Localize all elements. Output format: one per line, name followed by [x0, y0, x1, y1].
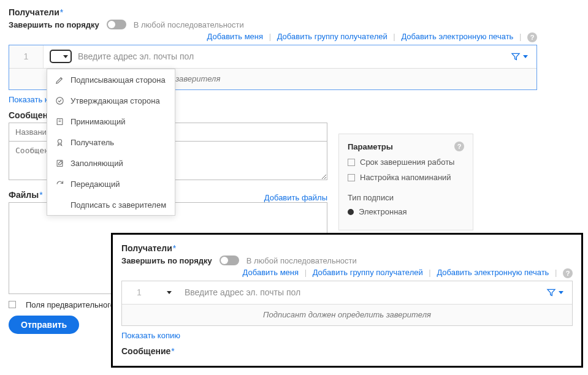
role-option-label: Утверждающая сторона: [71, 96, 160, 105]
order-row: Завершить по порядку В любой последовате…: [121, 256, 573, 265]
svg-point-2: [58, 139, 61, 143]
prefill-label: Поля предварительного п: [26, 300, 121, 309]
separator: |: [429, 268, 430, 277]
recipient-notary-note: Подписант должен определить заверителя: [122, 305, 572, 325]
notary-note-text: Подписант должен определить заверителя: [263, 310, 431, 319]
role-option-approver[interactable]: Утверждающая сторона: [47, 90, 175, 111]
add-seal-link[interactable]: Добавить электронную печать: [401, 32, 513, 41]
any-order-label: В любой последовательности: [246, 256, 357, 265]
parameters-heading-row: Параметры ?: [348, 142, 464, 151]
recipients-heading: Получатели*: [121, 243, 573, 253]
role-option-delegator[interactable]: Передающий: [47, 173, 175, 194]
funnel-icon: [546, 287, 556, 297]
add-group-link[interactable]: Добавить группу получателей: [313, 268, 423, 277]
send-button[interactable]: Отправить: [9, 316, 79, 334]
role-option-acceptor[interactable]: Принимающий: [47, 111, 175, 132]
inbox-icon: [55, 116, 64, 126]
add-me-link[interactable]: Добавить меня: [207, 32, 263, 41]
help-icon[interactable]: ?: [454, 142, 464, 151]
role-option-signer[interactable]: Подписывающая сторона: [47, 69, 175, 90]
recipient-container: 1 Подписант должен определить заверителя: [121, 281, 573, 326]
separator: |: [269, 32, 271, 41]
role-option-notarize[interactable]: Подписать с заверителем: [47, 194, 175, 215]
required-asterisk: *: [60, 7, 63, 17]
recipient-options-button[interactable]: [546, 287, 563, 297]
chevron-down-icon: [523, 55, 528, 58]
edit-icon: [55, 158, 64, 168]
prefill-checkbox[interactable]: [9, 301, 16, 308]
radio-selected-icon: [348, 209, 354, 215]
add-files-link[interactable]: Добавить файлы: [264, 193, 327, 202]
recipient-number: 1: [9, 45, 44, 68]
parameters-heading: Параметры: [348, 142, 393, 151]
role-dropdown-menu: Подписывающая сторона Утверждающая сторо…: [47, 69, 175, 216]
recipient-email-input[interactable]: [78, 51, 506, 61]
role-dropdown-trigger[interactable]: [162, 286, 178, 299]
complete-in-order-label: Завершить по порядку: [9, 20, 99, 29]
reminders-option[interactable]: Настройка напоминаний: [348, 173, 464, 182]
deadline-label: Срок завершения работы: [360, 157, 454, 167]
show-copy-row: Показать копию: [121, 331, 573, 340]
sig-type-electronic-label: Электронная: [359, 207, 407, 216]
role-option-label: Подписывающая сторона: [71, 75, 166, 85]
recipients-heading: Получатели*: [9, 7, 579, 17]
complete-in-order-label: Завершить по порядку: [121, 256, 212, 265]
help-icon[interactable]: ?: [527, 32, 537, 42]
arrow-redo-icon: [55, 179, 64, 189]
role-option-label: Передающий: [71, 180, 120, 189]
recipient-options-button[interactable]: [511, 51, 528, 61]
ribbon-icon: [55, 137, 64, 147]
recipients-heading-text: Получатели: [9, 7, 59, 17]
recipient-number: 1: [122, 281, 156, 304]
recipients-heading-text: Получатели: [121, 243, 172, 253]
recipient-row: 1: [122, 281, 572, 305]
svg-point-0: [56, 97, 63, 104]
role-option-label: Подписать с заверителем: [71, 200, 166, 210]
required-asterisk: *: [173, 243, 176, 253]
sig-type-electronic-option[interactable]: Электронная: [348, 207, 464, 216]
role-option-label: Получатель: [71, 138, 114, 147]
blank-icon: [55, 200, 64, 210]
reminders-checkbox[interactable]: [348, 174, 355, 181]
recipient-row: 1: [9, 45, 536, 69]
any-order-label: В любой последовательности: [134, 20, 244, 29]
deadline-checkbox[interactable]: [348, 159, 355, 166]
reminders-label: Настройка напоминаний: [360, 173, 451, 182]
separator: |: [555, 268, 557, 277]
message-heading: Сообщение*: [121, 346, 573, 356]
role-option-label: Принимающий: [71, 117, 125, 126]
pen-nib-icon: [55, 75, 64, 85]
recipient-email-input[interactable]: [185, 287, 541, 297]
deadline-option[interactable]: Срок завершения работы: [348, 157, 464, 167]
chevron-down-icon: [167, 291, 172, 294]
role-dropdown-trigger[interactable]: [50, 50, 72, 63]
help-icon[interactable]: ?: [563, 268, 573, 278]
role-option-cc[interactable]: Получатель: [47, 132, 175, 153]
sig-type-heading: Тип подписи: [348, 193, 464, 202]
recipient-actions-row: Добавить меня | Добавить группу получате…: [121, 268, 573, 278]
role-option-label: Заполняющий: [71, 159, 123, 168]
separator: |: [519, 32, 521, 41]
add-group-link[interactable]: Добавить группу получателей: [277, 32, 388, 41]
funnel-icon: [511, 51, 521, 61]
parameters-panel: Параметры ? Срок завершения работы Настр…: [338, 134, 473, 230]
separator: |: [305, 268, 307, 277]
add-seal-link[interactable]: Добавить электронную печать: [437, 268, 549, 277]
order-toggle[interactable]: [107, 20, 126, 29]
role-option-form-filler[interactable]: Заполняющий: [47, 153, 175, 173]
separator: |: [393, 32, 395, 41]
chevron-down-icon: [559, 291, 563, 294]
chevron-down-icon: [63, 55, 68, 58]
required-asterisk: *: [171, 346, 174, 356]
inset-screen: Получатели* Завершить по порядку В любой…: [111, 233, 583, 368]
order-row: Завершить по порядку В любой последовате…: [9, 20, 579, 29]
add-me-link[interactable]: Добавить меня: [243, 268, 299, 277]
required-asterisk: *: [39, 190, 42, 200]
files-heading-text: Файлы: [9, 190, 39, 200]
show-copy-link[interactable]: Показать копию: [121, 331, 180, 340]
order-toggle[interactable]: [220, 256, 239, 265]
check-circle-icon: [55, 96, 64, 105]
recipient-actions-row: Добавить меня | Добавить группу получате…: [9, 32, 537, 42]
message-heading-text: Сообщение: [121, 346, 170, 356]
